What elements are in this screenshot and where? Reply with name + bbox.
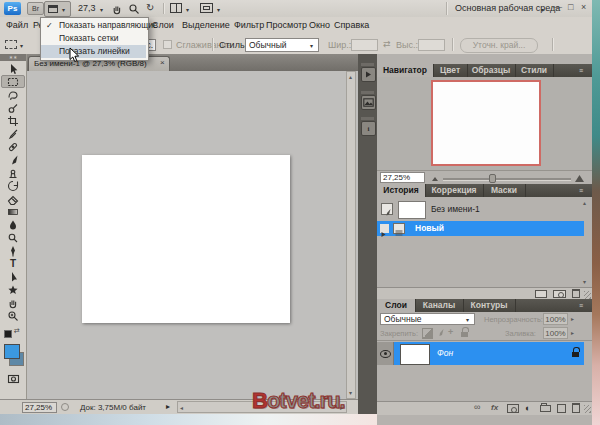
menu-filter[interactable]: Фильтр bbox=[234, 20, 264, 30]
menu-file[interactable]: Файл bbox=[6, 20, 28, 30]
zoom-level-field[interactable]: 27,3 bbox=[78, 3, 96, 13]
history-brush-tool[interactable] bbox=[1, 179, 25, 192]
spot-healing-brush-tool[interactable] bbox=[1, 140, 25, 153]
maximize-button[interactable]: □ bbox=[568, 2, 573, 12]
quick-selection-tool[interactable] bbox=[1, 101, 25, 114]
lock-pixels-icon[interactable] bbox=[436, 328, 445, 338]
history-snapshot-row[interactable]: Без имени-1 bbox=[377, 199, 584, 219]
eraser-tool[interactable] bbox=[1, 192, 25, 205]
height-input[interactable] bbox=[418, 39, 445, 51]
navigator-zoom-input[interactable]: 27,25% bbox=[380, 172, 425, 183]
blend-mode-chevron-icon[interactable]: ▾ bbox=[466, 316, 469, 323]
style-combo-chevron-icon[interactable]: ▾ bbox=[310, 42, 313, 49]
refine-edge-button[interactable]: Уточн. край... bbox=[460, 38, 538, 53]
zoom-out-thumbnails-icon[interactable] bbox=[431, 175, 439, 182]
document-tab-close-icon[interactable]: × bbox=[160, 58, 165, 67]
adjustment-layer-icon[interactable]: ◐ bbox=[525, 403, 530, 413]
swap-dimensions-icon[interactable]: ⇄ bbox=[383, 39, 391, 49]
navigator-zoom-slider-track[interactable] bbox=[443, 178, 571, 181]
scroll-up-icon[interactable]: ▴ bbox=[349, 74, 352, 80]
crop-tool[interactable] bbox=[1, 114, 25, 127]
delete-layer-trash-icon[interactable] bbox=[572, 403, 580, 413]
new-layer-icon[interactable] bbox=[557, 404, 566, 413]
lock-position-icon[interactable]: + bbox=[448, 327, 453, 337]
arrange-chevron-icon[interactable]: ▾ bbox=[186, 6, 189, 13]
width-input[interactable] bbox=[351, 39, 378, 51]
layer-style-fx-icon[interactable]: fx bbox=[491, 403, 498, 412]
layer-row-selection[interactable]: Фон bbox=[394, 342, 584, 365]
layer-name[interactable]: Фон bbox=[437, 348, 453, 358]
path-selection-tool[interactable] bbox=[1, 270, 25, 283]
type-tool[interactable]: T bbox=[1, 257, 25, 270]
link-layers-icon[interactable]: ∞ bbox=[474, 402, 480, 412]
navigator-zoom-slider-thumb[interactable] bbox=[489, 174, 496, 183]
new-group-icon[interactable] bbox=[540, 405, 551, 412]
fill-flyout-icon[interactable]: ▸ bbox=[571, 330, 574, 336]
quick-mask-button[interactable] bbox=[1, 372, 25, 385]
menu-view[interactable]: Просмотр bbox=[266, 20, 307, 30]
history-panel-menu-icon[interactable]: ≡ bbox=[579, 187, 583, 194]
menu-item-show-rulers[interactable]: Показать линейки bbox=[41, 45, 146, 58]
new-snapshot-button[interactable] bbox=[553, 290, 566, 298]
dodge-tool[interactable] bbox=[1, 231, 25, 244]
minimize-button[interactable]: — bbox=[553, 2, 562, 12]
tab-masks[interactable]: Маски bbox=[483, 184, 526, 197]
hand-tool-icon[interactable] bbox=[110, 2, 124, 15]
tab-paths[interactable]: Контуры bbox=[463, 299, 516, 312]
opacity-flyout-icon[interactable]: ▸ bbox=[571, 316, 574, 322]
zoom-tool[interactable] bbox=[1, 309, 25, 322]
tab-swatches[interactable]: Образцы bbox=[467, 64, 516, 77]
menu-window[interactable]: Окно bbox=[309, 20, 330, 30]
hand-tool[interactable] bbox=[1, 296, 25, 309]
tab-channels[interactable]: Каналы bbox=[415, 299, 464, 312]
collapsed-panel-button-2[interactable] bbox=[361, 95, 376, 110]
close-button[interactable]: × bbox=[581, 2, 586, 12]
layers-panel-menu-icon[interactable]: ≡ bbox=[579, 302, 583, 309]
opacity-value[interactable]: 100% bbox=[543, 313, 568, 325]
document-canvas[interactable] bbox=[82, 155, 290, 323]
scroll-down-icon[interactable]: ▾ bbox=[349, 390, 352, 396]
clone-stamp-tool[interactable] bbox=[1, 166, 25, 179]
history-scroll-down-icon[interactable]: ▾ bbox=[583, 279, 586, 285]
status-flyout-icon[interactable]: ▸ bbox=[166, 402, 170, 411]
default-colors-icon[interactable] bbox=[4, 330, 12, 338]
workspace-switcher[interactable]: Основная рабочая среда bbox=[455, 3, 560, 13]
menu-item-show-guides[interactable]: ✓ Показать направляющие bbox=[41, 19, 146, 32]
history-state-row[interactable]: Новый bbox=[377, 221, 584, 236]
canvas-area[interactable]: ▴ ▾ bbox=[27, 71, 358, 399]
eye-icon[interactable] bbox=[380, 350, 391, 358]
tool-preset-chevron-icon[interactable]: ▾ bbox=[20, 42, 23, 49]
brush-tool[interactable] bbox=[1, 153, 25, 166]
collapsed-panel-button-1[interactable] bbox=[361, 67, 376, 82]
screen-mode-chevron-icon[interactable]: ▾ bbox=[217, 6, 220, 13]
status-zoom-input[interactable]: 27,25% bbox=[22, 402, 57, 413]
layer-visibility-cell[interactable] bbox=[377, 342, 394, 365]
layer-thumbnail[interactable] bbox=[400, 344, 430, 365]
scroll-left-icon[interactable]: ◂ bbox=[180, 405, 183, 411]
delete-state-trash-button[interactable] bbox=[572, 289, 580, 298]
rectangular-marquee-tool[interactable] bbox=[1, 75, 25, 88]
fill-value[interactable]: 100% bbox=[543, 327, 568, 339]
new-document-from-state-button[interactable] bbox=[535, 290, 547, 298]
navigator-panel-menu-icon[interactable]: ≡ bbox=[579, 67, 583, 74]
eyedropper-tool[interactable] bbox=[1, 127, 25, 140]
screen-mode-icon[interactable] bbox=[200, 3, 213, 13]
zoom-chevron-icon[interactable]: ▾ bbox=[100, 6, 103, 13]
layers-resize-grip[interactable] bbox=[584, 405, 591, 413]
menu-select[interactable]: Выделение bbox=[182, 20, 230, 30]
tab-layers[interactable]: Слои bbox=[377, 299, 416, 312]
view-extras-button[interactable]: ▾ bbox=[44, 1, 71, 17]
layer-row[interactable]: Фон bbox=[377, 342, 584, 365]
tab-adjustments[interactable]: Коррекция bbox=[425, 184, 484, 197]
zoom-in-thumbnails-icon[interactable] bbox=[574, 173, 585, 183]
vertical-scrollbar[interactable]: ▴ ▾ bbox=[346, 71, 356, 399]
zoom-tool-icon-appbar[interactable] bbox=[127, 2, 141, 15]
gradient-tool[interactable] bbox=[1, 205, 25, 218]
lock-all-icon[interactable] bbox=[461, 327, 469, 337]
tab-color[interactable]: Цвет bbox=[433, 64, 468, 77]
set-history-source-box[interactable] bbox=[381, 203, 393, 215]
add-layer-mask-icon[interactable] bbox=[507, 404, 519, 413]
style-combo[interactable]: Обычный bbox=[245, 38, 319, 52]
bridge-button[interactable]: Br bbox=[27, 2, 44, 15]
menu-help[interactable]: Справка bbox=[334, 20, 369, 30]
